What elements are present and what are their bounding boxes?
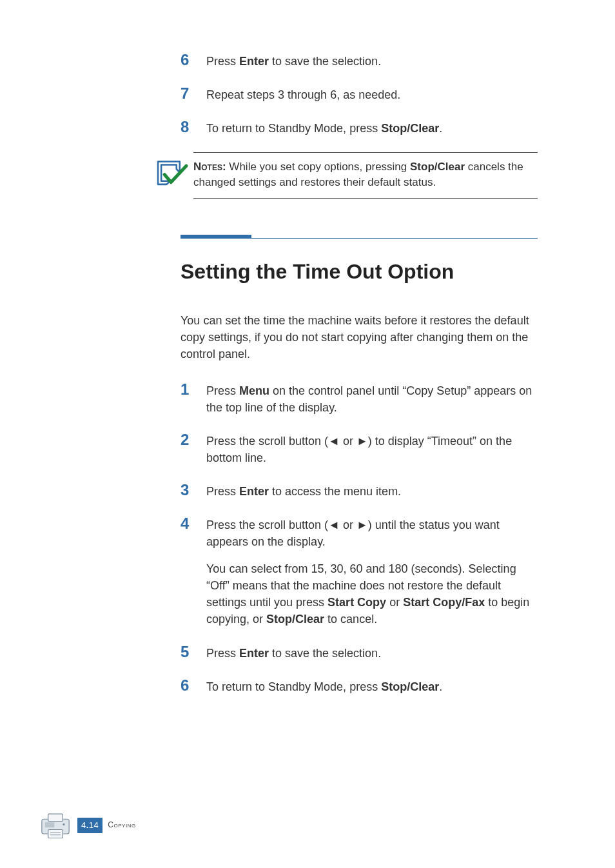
step-row: 2 Press the scroll button (◄ or ►) to di… xyxy=(64,431,538,466)
page-prefix: 4 xyxy=(81,820,86,830)
step-row: 1 Press Menu on the control panel until … xyxy=(64,381,538,416)
step-number: 7 xyxy=(181,85,206,102)
step-row: 4 Press the scroll button (◄ or ►) until… xyxy=(64,515,538,628)
step-text: Press Menu on the control panel until “C… xyxy=(206,381,538,416)
step-text: Press Enter to save the selection. xyxy=(206,52,538,70)
step-number: 3 xyxy=(181,482,206,498)
step-text: To return to Standby Mode, press Stop/Cl… xyxy=(206,677,538,695)
note-block: Notes: While you set copy options, press… xyxy=(155,152,538,199)
section-intro: You can set the time the machine waits b… xyxy=(181,312,538,362)
step-number: 8 xyxy=(181,119,206,135)
step-text: To return to Standby Mode, press Stop/Cl… xyxy=(206,119,538,137)
step-number: 6 xyxy=(181,677,206,694)
step-row: 6 Press Enter to save the selection. xyxy=(64,52,538,70)
printer-icon xyxy=(39,809,72,842)
section-divider xyxy=(181,235,538,239)
svg-point-4 xyxy=(63,824,64,825)
step-number: 5 xyxy=(181,644,206,660)
page-footer: 4.14 Copying xyxy=(39,809,136,842)
page-number-box: 4.14 xyxy=(77,818,102,834)
step-text: Press Enter to access the menu item. xyxy=(206,482,538,500)
manual-page: 6 Press Enter to save the selection. 7 R… xyxy=(0,0,615,868)
step-row: 8 To return to Standby Mode, press Stop/… xyxy=(64,119,538,137)
page-num: 14 xyxy=(89,820,99,830)
note-label: Notes: xyxy=(193,161,226,173)
step-text: Repeat steps 3 through 6, as needed. xyxy=(206,85,538,103)
step-row: 6 To return to Standby Mode, press Stop/… xyxy=(64,677,538,695)
step-number: 1 xyxy=(181,381,206,398)
chapter-name: Copying xyxy=(108,820,135,831)
note-text: Notes: While you set copy options, press… xyxy=(193,152,538,199)
note-body: While you set copy options, pressing Sto… xyxy=(193,161,523,188)
step-text: Press Enter to save the selection. xyxy=(206,644,538,662)
step-paragraph: You can select from 15, 30, 60 and 180 (… xyxy=(206,560,538,627)
step-row: 7 Repeat steps 3 through 6, as needed. xyxy=(64,85,538,103)
step-paragraph: Press the scroll button (◄ or ►) until t… xyxy=(206,517,538,550)
svg-rect-1 xyxy=(48,814,63,821)
section-title: Setting the Time Out Option xyxy=(181,257,538,286)
step-row: 5 Press Enter to save the selection. xyxy=(64,644,538,662)
step-number: 6 xyxy=(181,52,206,68)
step-number: 2 xyxy=(181,431,206,448)
svg-rect-3 xyxy=(45,822,55,827)
step-number: 4 xyxy=(181,515,206,532)
step-text: Press the scroll button (◄ or ►) until t… xyxy=(206,515,538,628)
step-text: Press the scroll button (◄ or ►) to disp… xyxy=(206,431,538,466)
step-row: 3 Press Enter to access the menu item. xyxy=(64,482,538,500)
svg-rect-2 xyxy=(48,830,63,838)
checkmark-icon xyxy=(155,156,190,191)
